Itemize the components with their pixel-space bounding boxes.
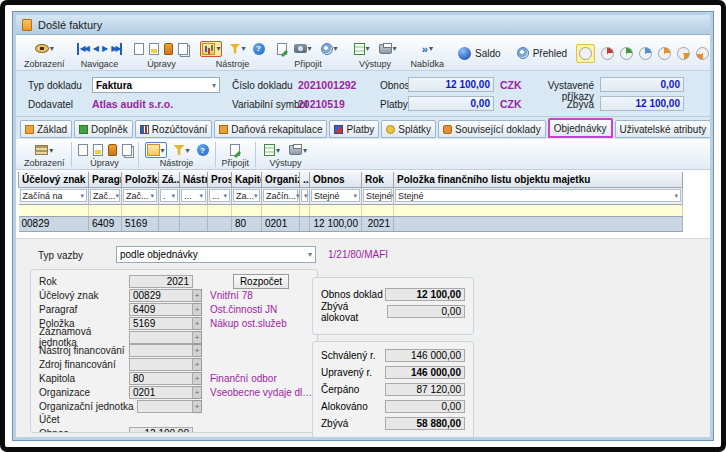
polozka-field[interactable]: 5169 <box>129 317 193 330</box>
cell-obnos[interactable]: 12 100,00 <box>310 216 362 231</box>
col-header[interactable]: Položka <box>122 172 159 187</box>
cell-ucelovy-znak[interactable]: 00829 <box>19 216 89 231</box>
attach-image-button[interactable] <box>292 42 314 55</box>
saldo-button[interactable]: Saldo <box>452 46 507 61</box>
col-header[interactable]: Paragraf <box>89 172 122 187</box>
help-icon[interactable] <box>197 144 209 156</box>
copy-record-icon[interactable] <box>122 144 132 156</box>
edit-record-icon[interactable] <box>149 43 159 55</box>
nastroj-financovani-field[interactable] <box>129 344 193 357</box>
col-header[interactable]: Kapitola <box>232 172 262 187</box>
delete-record-icon[interactable] <box>164 43 173 55</box>
cell-nastr[interactable] <box>180 216 208 231</box>
table-row[interactable]: 00829 6409 5169 80 0201 12 100,00 2021 <box>19 216 683 231</box>
help-icon[interactable] <box>253 43 265 55</box>
pie-blue-icon[interactable] <box>639 47 652 60</box>
attach-link-button[interactable] <box>319 41 340 57</box>
filter-button[interactable] <box>227 42 247 56</box>
filter-select[interactable]: Za... <box>233 189 260 202</box>
cell-rok[interactable]: 2021 <box>362 216 394 231</box>
view-settings-button[interactable] <box>145 142 167 158</box>
export-excel-button[interactable] <box>262 142 282 158</box>
tab-danova-rekapitulace[interactable]: Daňová rekapitulace <box>214 120 327 138</box>
filter-select[interactable]: Stejné <box>363 189 392 202</box>
pie-orange-1-icon[interactable] <box>658 47 671 60</box>
lookup-button[interactable] <box>193 331 202 344</box>
lookup-button[interactable] <box>193 317 202 330</box>
attach-note-icon[interactable] <box>230 144 240 156</box>
lookup-button[interactable] <box>193 289 202 302</box>
organizacni-jednotka-field[interactable] <box>137 400 193 413</box>
first-record-icon[interactable]: ◀◀ <box>77 43 88 55</box>
typ-dokladu-select[interactable]: Faktura <box>92 77 220 93</box>
pie-orange-3-icon[interactable] <box>696 47 709 60</box>
tab-doplnek[interactable]: Doplněk <box>74 120 133 138</box>
col-header[interactable]: Nástr... <box>180 172 208 187</box>
filter-select[interactable]: Stejné <box>395 189 681 202</box>
tab-zaklad[interactable]: Základ <box>20 120 72 138</box>
tab-uzivatelske-atributy[interactable]: Uživatelské atributy <box>615 120 711 138</box>
filter-select[interactable]: ... <box>181 189 206 202</box>
lookup-button[interactable] <box>193 303 202 316</box>
filter-select[interactable]: Zač... <box>123 189 157 202</box>
col-header[interactable]: ... <box>300 172 310 187</box>
print-button[interactable] <box>377 42 399 56</box>
col-header[interactable]: Organizace <box>262 172 300 187</box>
quadrant-all-button[interactable] <box>576 44 595 63</box>
new-record-icon[interactable] <box>134 43 144 55</box>
organizace-field[interactable]: 0201 <box>129 386 193 399</box>
filter-select[interactable]: Začíná na <box>20 189 88 202</box>
filter-select[interactable]: Začín... <box>263 189 298 202</box>
filter-select[interactable]: . <box>160 189 178 202</box>
quick-filter-row[interactable] <box>19 204 683 216</box>
view-button[interactable] <box>33 143 55 157</box>
attach-note-icon[interactable] <box>277 43 287 55</box>
zdroj-financovani-field[interactable] <box>129 358 193 371</box>
menu-button[interactable] <box>420 41 435 57</box>
pie-red-icon[interactable] <box>601 47 614 60</box>
cell-paragraf[interactable]: 6409 <box>89 216 122 231</box>
cell-pros[interactable] <box>208 216 232 231</box>
lookup-button[interactable] <box>193 400 202 413</box>
rok-field[interactable]: 2021 <box>129 275 193 288</box>
export-excel-button[interactable] <box>352 41 372 57</box>
rozpocet-button[interactable]: Rozpočet <box>233 274 289 289</box>
cell-kapitola[interactable]: 80 <box>232 216 262 231</box>
next-record-icon[interactable]: ▶ <box>102 43 106 55</box>
cell-za[interactable] <box>159 216 180 231</box>
col-header[interactable]: Zá... <box>159 172 180 187</box>
tab-souvisejici-doklady[interactable]: Související doklady <box>438 120 546 138</box>
filter-select[interactable] <box>301 189 308 202</box>
pie-orange-2-icon[interactable] <box>677 47 690 60</box>
col-header[interactable]: Pros... <box>208 172 232 187</box>
prehled-button[interactable]: Přehled <box>511 46 573 60</box>
cell-polozka-fin[interactable] <box>394 216 683 231</box>
cell-dots[interactable] <box>300 216 310 231</box>
lookup-button[interactable] <box>193 386 202 399</box>
ucelovy-znak-field[interactable]: 00829 <box>129 289 193 302</box>
lookup-button[interactable] <box>193 358 202 371</box>
filter-select[interactable]: Stejné <box>311 189 360 202</box>
tab-splatky[interactable]: Splátky <box>381 120 436 138</box>
lookup-button[interactable] <box>193 344 202 357</box>
filter-button[interactable] <box>172 143 192 157</box>
edit-record-icon[interactable] <box>93 144 103 156</box>
cell-organizace[interactable]: 0201 <box>262 216 300 231</box>
lookup-button[interactable] <box>193 372 202 385</box>
col-header[interactable]: Obnos <box>310 172 362 187</box>
kapitola-field[interactable]: 80 <box>129 372 193 385</box>
zaznamova-jednotka-field[interactable] <box>129 331 193 344</box>
delete-record-icon[interactable] <box>108 144 117 156</box>
filter-select[interactable]: Zač... <box>90 189 120 202</box>
pie-green-icon[interactable] <box>620 47 633 60</box>
obnos-allocation-field[interactable]: 12 100,00 <box>129 427 193 433</box>
view-button[interactable] <box>33 42 56 55</box>
filter-select[interactable]: ... <box>209 189 230 202</box>
paragraf-field[interactable]: 6409 <box>129 303 193 316</box>
col-header[interactable]: Rok <box>362 172 394 187</box>
tab-rozuctovani[interactable]: Rozúčtování <box>135 120 213 138</box>
new-record-icon[interactable] <box>78 144 88 156</box>
copy-record-icon[interactable] <box>178 43 188 55</box>
print-button[interactable] <box>287 143 309 157</box>
cell-polozka[interactable]: 5169 <box>122 216 159 231</box>
